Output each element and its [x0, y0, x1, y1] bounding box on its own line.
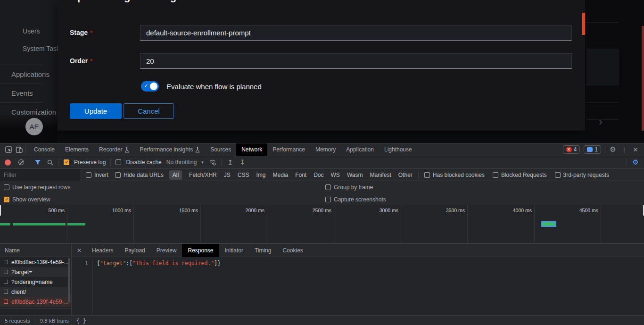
filter-type-wasm[interactable]: Wasm: [347, 172, 363, 178]
checkbox-label[interactable]: 3rd-party requests: [563, 172, 609, 178]
close-detail-icon[interactable]: ✕: [72, 247, 86, 254]
filter-type-js[interactable]: JS: [224, 172, 231, 178]
request-row[interactable]: ef0bd8ac-139f-4e59-...: [0, 297, 71, 307]
clear-network-log-icon[interactable]: [18, 159, 24, 165]
tab-lighthouse[interactable]: Lighthouse: [379, 143, 417, 156]
export-har-icon[interactable]: ↧: [239, 158, 246, 166]
detail-tab-cookies[interactable]: Cookies: [277, 244, 308, 257]
next-page-chevron-icon[interactable]: ›: [599, 115, 603, 128]
checkbox-label[interactable]: Blocked Requests: [501, 172, 547, 178]
avatar[interactable]: AE: [25, 118, 43, 135]
sidebar-item-system-tasks[interactable]: System Tasks: [23, 45, 58, 52]
tab-network[interactable]: Network: [236, 143, 267, 156]
requests-scrollbar-thumb[interactable]: [68, 258, 70, 303]
cancel-button[interactable]: Cancel: [124, 103, 174, 119]
status-separator: [35, 317, 35, 324]
show-overview-label[interactable]: Show overview: [12, 196, 50, 203]
inspect-element-icon[interactable]: [5, 146, 12, 153]
filter-input[interactable]: [0, 169, 80, 181]
invert-label[interactable]: Invert: [94, 172, 108, 178]
filter-type-img[interactable]: Img: [256, 172, 265, 178]
search-icon[interactable]: [46, 158, 54, 166]
update-button[interactable]: Update: [70, 103, 122, 119]
checkbox-label[interactable]: Has blocked cookies: [433, 172, 485, 178]
console-errors-badge[interactable]: ✕ 4: [563, 145, 580, 154]
disable-cache-checkbox[interactable]: [116, 159, 121, 165]
3rd-party-requests-checkbox[interactable]: [555, 172, 561, 178]
detail-tab-payload[interactable]: Payload: [119, 244, 150, 257]
capture-screenshots-label[interactable]: Capture screenshots: [334, 196, 386, 203]
evaluate-toggle[interactable]: ✓: [141, 81, 159, 92]
filter-type-fetch-xhr[interactable]: Fetch/XHR: [189, 172, 217, 178]
capture-screenshots-checkbox[interactable]: [325, 197, 331, 202]
filter-type-manifest[interactable]: Manifest: [370, 172, 391, 178]
filter-type-media[interactable]: Media: [272, 172, 288, 178]
hide-data-urls-label[interactable]: Hide data URLs: [124, 172, 164, 178]
sidebar-item-applications[interactable]: Applications: [11, 70, 58, 78]
name-column-header[interactable]: Name: [0, 244, 71, 257]
tab-console[interactable]: Console: [29, 143, 60, 156]
request-row[interactable]: ?ordering=name: [0, 277, 71, 287]
group-by-frame-label[interactable]: Group by frame: [334, 184, 373, 191]
device-toolbar-icon[interactable]: [15, 146, 23, 153]
detail-tab-headers[interactable]: Headers: [86, 244, 119, 257]
network-conditions-icon[interactable]: [209, 158, 216, 166]
filter-type-doc[interactable]: Doc: [314, 172, 323, 178]
sidebar-item-users[interactable]: Users: [23, 27, 58, 35]
page-scrollbar-thumb[interactable]: [642, 26, 644, 131]
group-by-frame-checkbox[interactable]: [325, 184, 331, 190]
overview-selected-request-bar[interactable]: [541, 221, 556, 227]
stage-input[interactable]: [140, 25, 572, 41]
json-key: "target": [100, 260, 126, 267]
request-row[interactable]: ef0bd8ac-139f-4e59-...: [0, 257, 71, 267]
devtools-settings-gear-icon[interactable]: ⚙: [609, 146, 617, 153]
disable-cache-label[interactable]: Disable cache: [126, 159, 161, 166]
hide-data-urls-checkbox[interactable]: [115, 172, 121, 178]
filter-type-font[interactable]: Font: [295, 172, 306, 178]
tab-sources[interactable]: Sources: [205, 143, 236, 156]
overview-request-bar[interactable]: [13, 223, 66, 225]
order-input[interactable]: [140, 53, 572, 69]
show-overview-checkbox[interactable]: [4, 197, 9, 202]
request-row[interactable]: client/: [0, 287, 71, 297]
throttling-dropdown[interactable]: No throttling ▼: [166, 159, 205, 166]
blocked-requests-checkbox[interactable]: [493, 172, 498, 178]
preserve-log-checkbox[interactable]: [64, 159, 69, 165]
issues-badge[interactable]: 1: [584, 145, 601, 154]
filter-type-ws[interactable]: WS: [331, 172, 340, 178]
record-network-log-button[interactable]: [5, 159, 11, 166]
filter-type-all[interactable]: All: [169, 170, 182, 180]
json-string: "This field is required.": [132, 260, 214, 267]
format-json-button[interactable]: { }: [76, 317, 86, 324]
requests-count[interactable]: 5 requests: [5, 318, 30, 324]
detail-tab-timing[interactable]: Timing: [249, 244, 277, 257]
filter-funnel-icon[interactable]: [34, 158, 41, 166]
filter-type-css[interactable]: CSS: [238, 172, 249, 178]
request-row[interactable]: ?target=: [0, 267, 71, 277]
preserve-log-label[interactable]: Preserve log: [74, 159, 106, 166]
has-blocked-cookies-checkbox[interactable]: [424, 172, 430, 178]
invert-checkbox[interactable]: [86, 172, 91, 178]
detail-tab-preview[interactable]: Preview: [151, 244, 182, 257]
detail-tab-response[interactable]: Response: [182, 244, 219, 257]
devtools-close-icon[interactable]: ✕: [632, 146, 639, 153]
detail-tab-initiator[interactable]: Initiator: [219, 244, 249, 257]
import-har-icon[interactable]: ↥: [226, 158, 234, 166]
overview-request-bar[interactable]: [0, 223, 10, 225]
network-overview-timeline[interactable]: 500 ms1000 ms1500 ms2000 ms2500 ms3000 m…: [0, 205, 644, 244]
devtools-more-menu-icon[interactable]: ⋮: [620, 146, 628, 153]
network-settings-gear-icon[interactable]: ⚙: [632, 158, 639, 166]
overview-request-bar[interactable]: [67, 223, 85, 225]
tab-recorder[interactable]: Recorder: [94, 143, 134, 156]
sidebar-item-events[interactable]: Events: [11, 89, 58, 97]
tab-performance-insights[interactable]: Performance insights: [134, 143, 205, 156]
tab-elements[interactable]: Elements: [60, 143, 94, 156]
overview-handle-left[interactable]: [0, 205, 1, 216]
tab-performance[interactable]: Performance: [267, 143, 310, 156]
tab-application[interactable]: Application: [341, 143, 379, 156]
filter-type-other[interactable]: Other: [398, 172, 413, 178]
use-large-rows-checkbox[interactable]: [4, 184, 9, 190]
tab-memory[interactable]: Memory: [310, 143, 341, 156]
response-json-line[interactable]: {"target":["This field is required."]}: [97, 260, 221, 267]
use-large-rows-label[interactable]: Use large request rows: [12, 184, 70, 191]
